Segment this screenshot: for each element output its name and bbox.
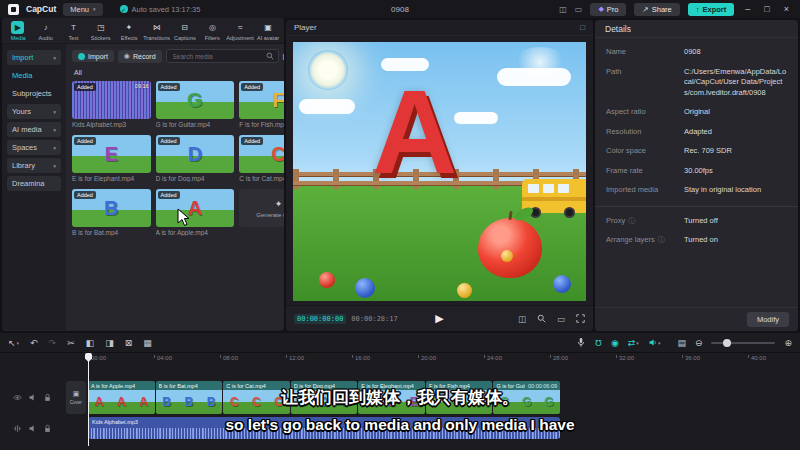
tab-transitions[interactable]: ⋈ Transitions [143,20,171,41]
split-icon[interactable]: ✂ [67,338,75,348]
delete-icon[interactable]: ⊠ [125,338,133,348]
snap-magnet-icon[interactable]: Ω [595,338,602,348]
tab-text[interactable]: T Text [60,20,88,41]
media-library: Import ◉Record ▦ ≡▾ ▾ All [66,44,284,330]
play-button[interactable]: ▶ [435,312,443,325]
details-row: Proxyⓘ Turned off [595,216,798,227]
thumbnail-letter: D [188,143,202,166]
share-button[interactable]: ↗Share [634,3,679,16]
fullscreen-icon[interactable] [576,314,585,323]
details-row-label: Frame rate [606,166,643,175]
grid-view-icon[interactable]: ▦ [283,52,284,61]
sidebar-item-subprojects[interactable]: Subprojects [7,86,61,101]
menu-button[interactable]: Menu▾ [63,3,102,16]
current-time: 00:00:00:00 [294,314,346,324]
zoom-in-icon[interactable]: ⊕ [784,338,792,348]
details-row-value: C:/Users/Emenwa/AppData/Local/CapCut/Use… [684,67,787,99]
details-row-label: Resolution [606,127,641,136]
info-icon[interactable]: ⓘ [628,216,635,226]
sidebar-item-spaces[interactable]: Spaces ▾ [7,140,61,155]
media-item-fish[interactable]: F ✦F is for Fish.mp4 Added + F is for Fi… [239,81,284,128]
media-item-dog[interactable]: D ✦D is for Dog.mp4 Added + D is for Dog… [156,135,235,182]
sidebar-item-media[interactable]: Media [7,68,61,83]
ribbon-tabs: ▶ Media ♪ Audio T Text ◳ Stickers ✦ Effe… [2,18,284,44]
tab-captions[interactable]: ⊟ Captions [171,20,199,41]
tab-effects[interactable]: ✦ Effects [115,20,143,41]
added-badge: Added [74,191,96,199]
tab-adjustment[interactable]: ≈ Adjustment [226,20,254,41]
ruler-tick: 04:00 [154,353,220,365]
media-thumbnail: D ✦D is for Dog.mp4 Added + [156,135,235,173]
tab-stickers[interactable]: ◳ Stickers [87,20,115,41]
compact-layout-icon[interactable]: ▭ [575,5,583,14]
tab-label: Adjustment [226,35,254,41]
sidebar-item-dreamina[interactable]: Dreamina [7,176,61,191]
titlebar: CapCut Menu▾ ✓Auto saved 13:17:35 0908 ◫… [0,0,800,18]
details-row-label: Arrange layers [606,235,655,244]
preview-compare-icon[interactable]: ◫ [518,314,526,324]
search-input[interactable] [171,52,263,61]
chevron-down-icon: ▾ [53,109,56,115]
track-volume-icon[interactable]: ▾ [648,338,661,347]
thumbnail-letter: B [104,197,118,220]
tab-audio[interactable]: ♪ Audio [32,20,60,41]
tab-media[interactable]: ▶ Media [4,20,32,41]
media-item-cat[interactable]: C ✦C is for Cat.mp4 Added + C is for Cat… [239,135,284,182]
tab-ai-avatar[interactable]: ▣ AI avatar [254,20,282,41]
delete-right-icon[interactable]: ◨ [105,338,114,348]
tab-icon: ◳ [95,21,108,34]
sidebar-item-import[interactable]: Import ▾ [7,50,61,65]
aspect-ratio-icon[interactable]: ▭ [557,314,565,324]
ruler-tick: 36:00 [682,353,748,365]
modify-button[interactable]: Modify [747,312,789,327]
timeline-zoom-slider[interactable] [711,342,775,344]
redo-icon[interactable]: ↷ [49,338,57,348]
ruler-tick: 24:00 [484,353,550,365]
media-item-guitar[interactable]: G ✦G is for Guitar.mp4 Added + G is for … [156,81,235,128]
chevron-down-icon: ▾ [93,6,96,12]
select-tool-icon[interactable]: ↖▾ [8,338,19,348]
filter-all-label[interactable]: All [66,63,284,78]
minimize-button[interactable]: – [742,4,753,14]
media-item-kids-alphabet[interactable]: ✦Kids Alphabet.mp3 Added 09:16 + Kids Al… [72,81,151,128]
added-badge: Added [74,83,96,91]
timeline-toolbar: ↖▾↶↷✂◧◨⊠▦ Ω ◉ ⇄▾ ▾ ▤ ⊖ ⊕ [0,333,800,353]
export-button[interactable]: ↑Export [688,3,735,16]
record-button[interactable]: ◉Record [118,50,162,63]
sidebar-item-library[interactable]: Library ▾ [7,158,61,173]
tab-label: AI avatar [257,35,279,41]
main-track-magnet-icon[interactable]: ◉ [611,338,619,348]
auto-ripple-icon[interactable]: ⇄▾ [628,338,639,348]
export-icon: ↑ [696,5,700,14]
sidebar-item-yours[interactable]: Yours ▾ [7,104,61,119]
media-item-generate-ai[interactable]: ✦Generate with AI + Generate with AI [239,189,284,236]
timeline-ruler[interactable]: 00:0004:0008:0012:0016:0020:0024:0028:00… [88,353,800,365]
maximize-button[interactable]: □ [761,4,772,14]
player-options-icon[interactable]: □ [580,23,585,32]
zoom-slider-thumb[interactable] [723,339,731,347]
media-item-bat[interactable]: B ✦B is for Bat.mp4 Added + B is for Bat… [72,189,151,236]
undo-icon[interactable]: ↶ [30,338,38,348]
blue-ball-graphic [553,275,571,293]
sidebar-item-ai-media[interactable]: AI media ▾ [7,122,61,137]
subtitle-line-chinese: 让我们回到媒体，我只有媒体。 [0,386,800,409]
info-icon[interactable]: ⓘ [658,235,665,245]
import-button[interactable]: Import [72,50,114,62]
zoom-out-icon[interactable]: ⊖ [695,338,703,348]
close-button[interactable]: × [781,4,792,14]
details-row: Arrange layersⓘ Turned on [595,235,798,246]
preview-frame-icon[interactable]: ▤ [677,338,686,348]
added-badge: Added [241,83,263,91]
tab-filters[interactable]: ◎ Filters [199,20,227,41]
mosaic-icon[interactable]: ▦ [143,338,152,348]
media-item-apple[interactable]: A ✦A is for Apple.mp4 Added + A is for A… [156,189,235,236]
panel-layout-icon[interactable]: ◫ [559,5,567,14]
video-preview[interactable]: A [293,42,586,301]
media-item-elephant[interactable]: E ✦E is for Elephant.mp4 Added + E is fo… [72,135,151,182]
tab-label: Stickers [91,35,111,41]
media-item-label: F is for Fish.mp4 [239,121,284,128]
zoom-fit-icon[interactable] [537,314,546,323]
delete-left-icon[interactable]: ◧ [86,338,95,348]
pro-button[interactable]: ◆Pro [590,3,626,16]
voiceover-mic-icon[interactable] [576,337,586,348]
